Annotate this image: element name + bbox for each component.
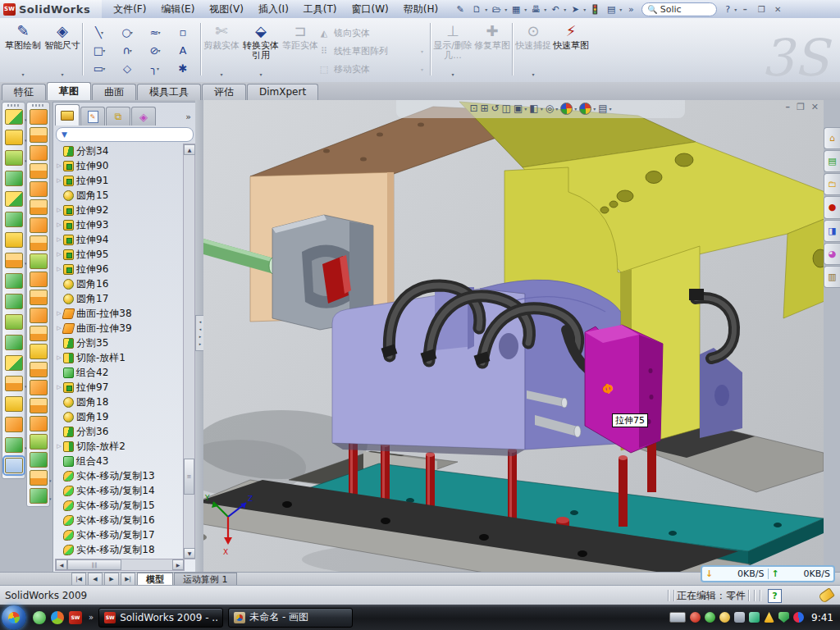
- display-style-icon[interactable]: ◧: [529, 103, 538, 114]
- media-player-icon[interactable]: [51, 611, 64, 624]
- print-icon-caret[interactable]: ▾: [544, 7, 546, 12]
- lofted-surface-icon[interactable]: [30, 163, 48, 179]
- menu-item-5[interactable]: 窗口(W): [345, 1, 395, 18]
- new-document-icon-caret[interactable]: ▾: [485, 7, 487, 12]
- circle-tool-icon[interactable]: ○▾: [113, 23, 141, 41]
- draft-icon[interactable]: [5, 232, 23, 248]
- curve-icon[interactable]: ▾: [30, 488, 48, 504]
- sketch-fillet-icon[interactable]: ╮▾: [141, 59, 169, 77]
- revolved-surface-icon[interactable]: [30, 127, 48, 143]
- file-explorer-tab[interactable]: 🗀: [824, 173, 840, 195]
- help-button[interactable]: ?: [720, 2, 735, 16]
- ribbon-tab-评估[interactable]: 评估: [202, 84, 246, 100]
- bottom-tab-模型[interactable]: 模型: [137, 573, 173, 586]
- extend-surface-icon[interactable]: [30, 272, 48, 287]
- offset-surface-icon[interactable]: [30, 199, 48, 215]
- featuremanager-tree-tab[interactable]: [55, 104, 80, 126]
- tab-nav-1[interactable]: ◀: [88, 573, 103, 586]
- rebuild-icon[interactable]: 🚦: [587, 2, 602, 16]
- save-icon-caret[interactable]: ▾: [524, 7, 527, 12]
- task-button[interactable]: 未命名 - 画图: [228, 608, 353, 628]
- tree-vertical-scrollbar[interactable]: ▲ ≡ ▼: [183, 144, 195, 559]
- panel-splitter[interactable]: ◂◂▸▸: [195, 100, 203, 572]
- slot-tool-icon[interactable]: ▭▾: [85, 59, 113, 77]
- tree-item[interactable]: 组合42: [55, 365, 182, 380]
- scrollbar-thumb[interactable]: ≡: [184, 459, 194, 495]
- search-input[interactable]: Solic: [660, 4, 682, 15]
- menu-item-3[interactable]: 插入(I): [252, 1, 295, 18]
- tree-item[interactable]: 组合43: [55, 454, 182, 468]
- expand-arrow-icon[interactable]: ▷: [55, 443, 63, 450]
- custom-properties-tab[interactable]: ▥: [824, 266, 840, 288]
- solidworks-search-tab[interactable]: ●: [824, 196, 840, 218]
- split-icon[interactable]: [5, 314, 23, 330]
- task-button[interactable]: SWSolidWorks 2009 - ...: [98, 608, 223, 628]
- view-orientation-icon[interactable]: ▣: [514, 103, 523, 114]
- tab-nav-2[interactable]: ▶: [104, 573, 119, 586]
- planar-surface-icon[interactable]: [30, 217, 48, 233]
- tab-nav-0[interactable]: |◀: [71, 573, 86, 586]
- doc-restore-button[interactable]: ❐: [797, 102, 805, 112]
- antivirus-icon[interactable]: [705, 612, 715, 623]
- scroll-down-button[interactable]: ▼: [184, 548, 195, 559]
- ribbon-tab-模具工具[interactable]: 模具工具: [137, 84, 201, 100]
- instant3d-icon[interactable]: [5, 458, 23, 473]
- tree-item[interactable]: ▷拉伸95: [55, 247, 182, 262]
- curve-icon[interactable]: ▾: [5, 437, 23, 453]
- dimxpertmanager-tab[interactable]: ◈: [131, 107, 156, 126]
- convert-entities-button[interactable]: ⬙ 转换实体引用 ▾: [241, 21, 281, 77]
- scroll-up-button[interactable]: ▲: [184, 144, 195, 155]
- tree-item[interactable]: ▷曲面-拉伸38: [55, 306, 182, 321]
- doc-close-button[interactable]: ✕: [811, 102, 819, 112]
- freeform-icon[interactable]: [30, 398, 48, 413]
- menu-item-1[interactable]: 编辑(E): [154, 1, 201, 18]
- hide-show-items-icon-caret[interactable]: ▾: [555, 106, 558, 112]
- expand-arrow-icon[interactable]: ▷: [55, 177, 63, 184]
- status-help-button[interactable]: ?: [768, 589, 782, 603]
- zoom-fit-icon[interactable]: ⊡: [469, 103, 477, 114]
- swept-boss-icon[interactable]: [5, 171, 23, 186]
- tree-item[interactable]: 实体-移动/复制13: [55, 468, 182, 483]
- smart-dimension-button[interactable]: ◈ 智能尺寸 ▾: [44, 21, 80, 77]
- hide-show-items-icon[interactable]: ◎: [546, 103, 554, 114]
- new-document-icon[interactable]: 🗋: [469, 2, 484, 16]
- fillet-icon[interactable]: ▾: [5, 150, 23, 166]
- tree-item[interactable]: 圆角17: [55, 291, 182, 306]
- trim-entities-button[interactable]: ✄ 剪裁实体 ▾: [203, 21, 240, 77]
- tree-item[interactable]: 圆角19: [55, 409, 182, 424]
- chamfer-icon[interactable]: [5, 212, 23, 227]
- expand-arrow-icon[interactable]: ▷: [55, 162, 63, 169]
- dome-icon[interactable]: [30, 452, 48, 468]
- surface-fillet-icon[interactable]: [30, 253, 48, 269]
- view-settings-icon-caret[interactable]: ▾: [609, 106, 612, 112]
- solidworks-icon[interactable]: SW: [69, 611, 82, 624]
- insert-part-icon[interactable]: ▾: [5, 376, 23, 391]
- menu-item-0[interactable]: 文件(F): [107, 1, 153, 18]
- expand-arrow-icon[interactable]: ▷: [55, 354, 63, 361]
- tree-item[interactable]: 圆角15: [55, 188, 182, 203]
- arc-tool-icon[interactable]: ∩▾: [113, 41, 141, 59]
- ribbon-tab-DimXpert[interactable]: DimXpert: [247, 84, 318, 100]
- tree-item[interactable]: 实体-移动/复制18: [55, 542, 182, 557]
- open-icon[interactable]: 🗁: [489, 2, 504, 16]
- tree-item[interactable]: 分割34: [55, 144, 182, 158]
- graphics-viewport[interactable]: Φ Y Z X ⊡⊞↺◫▣▾◧▾◎▾▾▾▤▾ – ❐: [203, 100, 824, 572]
- selection-box-icon[interactable]: ▫: [169, 23, 197, 41]
- pin-icon[interactable]: ✎: [453, 2, 468, 16]
- expand-arrow-icon[interactable]: ▷: [55, 384, 63, 390]
- scroll-right-button[interactable]: ▶: [172, 559, 184, 570]
- tree-item[interactable]: 分割36: [55, 424, 182, 439]
- knit-surface-icon[interactable]: [30, 235, 48, 251]
- convert-caret-icon[interactable]: ▾: [259, 71, 262, 77]
- rectangle-tool-icon[interactable]: □▾: [85, 41, 113, 59]
- keyboard-icon[interactable]: [669, 612, 686, 623]
- expand-arrow-icon[interactable]: ▷: [55, 251, 63, 258]
- security-alert-icon[interactable]: [690, 612, 701, 623]
- toolbar-overflow-icon[interactable]: »: [623, 2, 638, 16]
- design-library-tab[interactable]: ▤: [824, 150, 840, 172]
- replace-face-icon[interactable]: [30, 326, 48, 341]
- panel-overflow-button[interactable]: »: [185, 112, 194, 126]
- expand-arrow-icon[interactable]: ▷: [55, 236, 63, 243]
- bottom-tab-运动算例 1[interactable]: 运动算例 1: [174, 573, 237, 586]
- tree-item[interactable]: ▷拉伸97: [55, 380, 182, 395]
